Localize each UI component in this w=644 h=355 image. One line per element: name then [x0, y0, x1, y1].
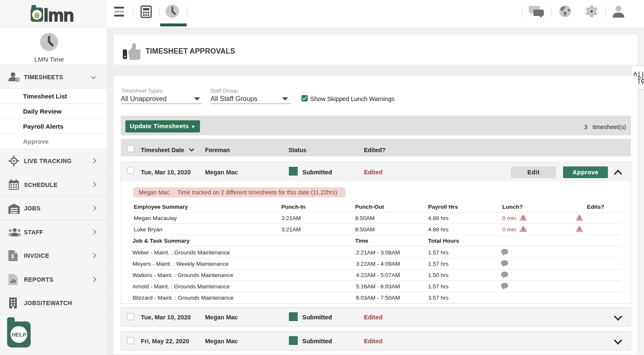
svg-text:$: $ [11, 254, 14, 259]
svg-text:e: e [34, 10, 39, 20]
svg-text:HELP: HELP [12, 332, 26, 338]
svg-text:lmn: lmn [44, 5, 74, 23]
